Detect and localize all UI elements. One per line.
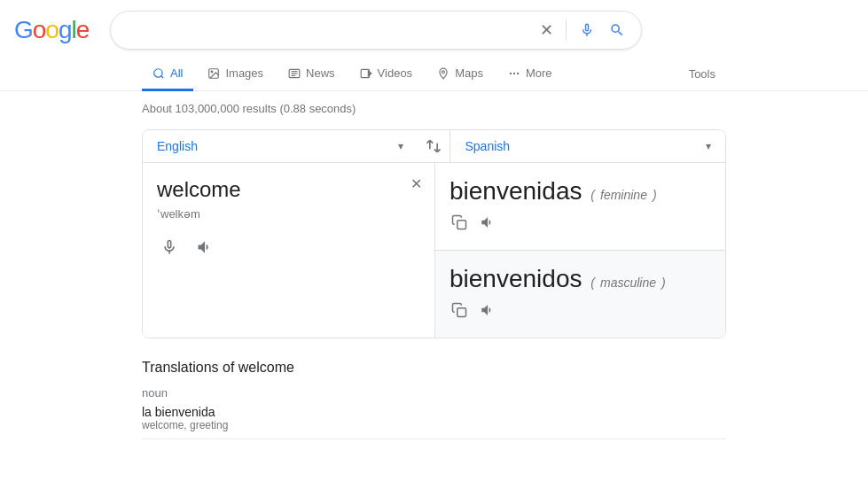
logo-e: e — [76, 16, 90, 44]
source-mic-icon — [160, 238, 178, 256]
search-input[interactable]: translate welcome English to Spanish — [125, 22, 531, 38]
nav-item-maps[interactable]: Maps — [426, 58, 494, 91]
divider — [566, 19, 567, 41]
svg-marker-9 — [368, 71, 371, 76]
google-logo: Google — [14, 16, 89, 44]
translation-actions-masculine — [450, 300, 711, 323]
clear-source-icon: ✕ — [411, 176, 422, 191]
translation-gender-masculine-close: ) — [661, 276, 666, 290]
swap-languages-button[interactable] — [418, 130, 450, 162]
nav-news-label: News — [306, 66, 335, 80]
svg-point-0 — [154, 68, 162, 76]
svg-point-12 — [513, 72, 515, 74]
results-area: About 103,000,000 results (0.88 seconds)… — [0, 91, 868, 457]
news-icon — [288, 67, 301, 80]
voice-search-button[interactable] — [577, 20, 597, 40]
logo-g2: g — [59, 16, 72, 44]
nav-all-label: All — [170, 66, 183, 80]
logo-g: G — [14, 16, 33, 44]
translations-of-section: Translations of welcome noun la bienveni… — [142, 360, 726, 439]
translation-item-masculine: bienvenidos (masculine) — [435, 250, 725, 338]
svg-point-3 — [212, 71, 214, 73]
translation-word-masculine: bienvenidos (masculine) — [450, 265, 711, 293]
nav-images-label: Images — [225, 66, 263, 80]
results-count: About 103,000,000 results (0.88 seconds) — [142, 102, 726, 115]
more-icon — [508, 67, 520, 80]
copy-feminine-button[interactable] — [450, 213, 469, 236]
translator-header: English ▾ Spanish ▾ — [143, 130, 725, 163]
trans-sub-bienvenida: welcome, greeting — [142, 419, 726, 431]
audio-feminine-button[interactable] — [478, 213, 497, 236]
source-lang-label: English — [157, 139, 198, 153]
speaker-icon-feminine — [480, 214, 496, 230]
swap-icon — [425, 137, 442, 155]
svg-point-11 — [510, 72, 512, 74]
nav-maps-label: Maps — [455, 66, 483, 80]
nav-videos-label: Videos — [378, 66, 413, 80]
target-lang-selector[interactable]: Spanish ▾ — [450, 130, 725, 162]
all-icon — [152, 67, 165, 80]
clear-icon: ✕ — [540, 20, 553, 40]
source-mic-button[interactable] — [157, 235, 182, 264]
search-bar-icons: ✕ — [538, 19, 627, 42]
logo-o2: o — [45, 16, 59, 44]
source-word: welcome — [157, 177, 420, 202]
svg-rect-14 — [457, 221, 466, 229]
logo-o1: o — [33, 16, 46, 44]
clear-source-button[interactable]: ✕ — [411, 175, 422, 192]
source-panel: welcome ˈwelkəm ✕ — [143, 163, 435, 338]
nav-item-images[interactable]: Images — [197, 58, 274, 91]
tools-button[interactable]: Tools — [678, 58, 726, 89]
copy-icon-masculine — [451, 302, 467, 318]
svg-point-10 — [442, 70, 445, 73]
translator-widget: English ▾ Spanish ▾ welcome ˈwelkəm ✕ — [142, 129, 726, 338]
videos-icon — [360, 67, 372, 80]
header: Google translate welcome English to Span… — [0, 0, 868, 50]
translation-gender-feminine-close: ) — [653, 188, 657, 202]
translations-of-title: Translations of welcome — [142, 360, 726, 376]
maps-icon — [437, 67, 450, 80]
tools-label: Tools — [689, 67, 716, 81]
google-search-button[interactable] — [607, 20, 627, 40]
svg-rect-15 — [457, 308, 466, 317]
translation-row-bienvenida: la bienvenida welcome, greeting — [142, 405, 726, 439]
target-lang-label: Spanish — [465, 139, 510, 153]
target-panel: bienvenidas (feminine) — [435, 163, 725, 338]
source-lang-chevron: ▾ — [398, 140, 403, 152]
nav-item-more[interactable]: More — [497, 58, 563, 91]
copy-masculine-button[interactable] — [450, 300, 469, 323]
source-audio-button[interactable] — [192, 235, 217, 264]
images-icon — [207, 67, 220, 80]
audio-masculine-button[interactable] — [478, 300, 497, 323]
translation-gender-feminine: ( — [590, 188, 595, 202]
mic-icon — [579, 22, 595, 38]
search-bar: translate welcome English to Spanish ✕ — [110, 11, 642, 50]
clear-search-button[interactable]: ✕ — [538, 19, 555, 42]
nav-item-videos[interactable]: Videos — [349, 58, 424, 91]
source-actions — [157, 235, 420, 264]
nav-item-all[interactable]: All — [142, 58, 193, 91]
nav-bar: All Images News Videos Maps More Tools — [0, 50, 868, 91]
copy-icon-feminine — [451, 214, 467, 230]
trans-main-bienvenida: la bienvenida — [142, 405, 726, 419]
nav-item-news[interactable]: News — [278, 58, 346, 91]
source-phonetic: ˈwelkəm — [157, 207, 420, 221]
speaker-icon-masculine — [480, 302, 496, 318]
translation-gender-masculine-open: ( — [590, 276, 595, 290]
search-icon — [609, 22, 625, 38]
translation-word-feminine: bienvenidas (feminine) — [450, 177, 711, 206]
svg-point-13 — [517, 72, 519, 74]
svg-line-1 — [161, 75, 164, 78]
nav-more-label: More — [526, 66, 552, 80]
source-lang-selector[interactable]: English ▾ — [143, 130, 418, 162]
translation-item-feminine: bienvenidas (feminine) — [435, 163, 725, 250]
target-lang-chevron: ▾ — [706, 140, 711, 152]
source-speaker-icon — [196, 238, 214, 256]
translation-actions-feminine — [450, 213, 711, 236]
translator-body: welcome ˈwelkəm ✕ — [143, 163, 725, 338]
pos-label-noun: noun — [142, 386, 726, 400]
